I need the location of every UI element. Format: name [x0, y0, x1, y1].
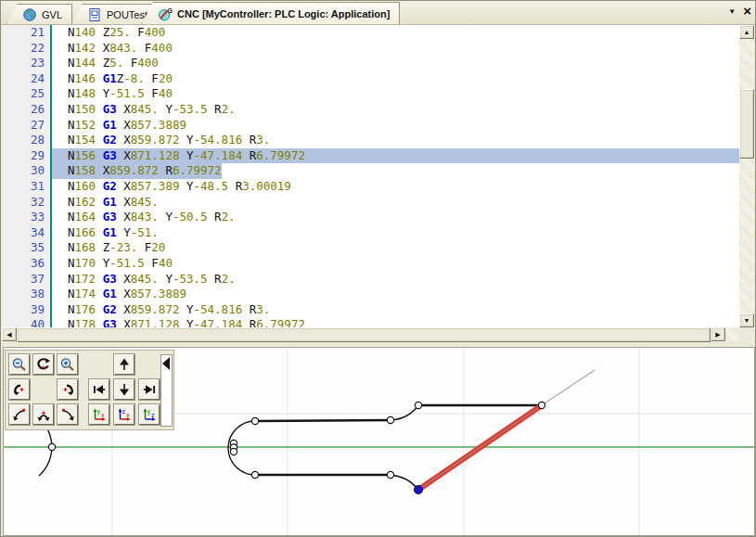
line-number: 35 [2, 240, 52, 256]
code-line-21[interactable]: 21N140 Z25. F400 [2, 25, 740, 41]
move-up-button[interactable] [114, 354, 135, 375]
line-number: 39 [2, 302, 52, 318]
zoom-in-button[interactable] [58, 354, 78, 375]
vertical-scrollbar[interactable]: ▲ ▼ [739, 25, 754, 327]
codesys-window: GVL POUTest G CNC [MyController: PLC Log… [0, 0, 756, 537]
line-number: 31 [2, 179, 52, 195]
rotate-right-button[interactable] [58, 379, 78, 400]
right-arrow-icon: ▶ [715, 331, 720, 339]
nav-right-icon [142, 382, 157, 397]
code-line-29[interactable]: 29N156 G3 X871.128 Y-47.184 R6.79972 [2, 148, 740, 164]
code-line-25[interactable]: 25N148 Y-51.5 F40 [2, 86, 740, 102]
current-position-marker [414, 485, 422, 493]
code-line-23[interactable]: 23N144 Z5. F400 [2, 56, 740, 71]
tab-label: CNC [MyController: PLC Logic: Applicatio… [177, 8, 390, 19]
line-number: 25 [2, 86, 52, 102]
line-number: 29 [2, 148, 52, 164]
code-line-31[interactable]: 31N160 G2 X857.389 Y-48.5 R3.00019 [2, 179, 740, 195]
path-node [387, 471, 393, 478]
horizontal-scrollbar[interactable]: ◀ ▶ [2, 327, 740, 342]
arc-ccw-icon [12, 407, 27, 422]
plane-icon: zx [117, 407, 132, 422]
code-line-37[interactable]: 37N172 G3 X845. Y-53.5 R2. [2, 272, 740, 288]
code-line-27[interactable]: 27N152 G1 X857.3889 [2, 118, 740, 134]
zoom-out-icon [12, 357, 27, 372]
zoom-out-button[interactable] [9, 354, 30, 375]
move-left-button[interactable] [89, 379, 109, 400]
editor-tab-bar: GVL POUTest G CNC [MyController: PLC Log… [1, 1, 755, 25]
line-number: 23 [2, 56, 52, 71]
code-line-39[interactable]: 39N176 G2 X859.872 Y-54.816 R3. [2, 302, 740, 318]
svg-text:y: y [97, 408, 101, 416]
horizontal-scroll-thumb[interactable] [17, 327, 711, 342]
viewer-toolbar: yxzxyz [5, 350, 174, 430]
svg-text:x: x [126, 412, 130, 418]
line-number: 22 [2, 41, 52, 57]
orbit-button[interactable] [33, 354, 54, 375]
cnc-code-editor[interactable]: 21N140 Z25. F40022N142 X843. F40023N144 … [2, 25, 740, 327]
zoom-in-icon [60, 357, 75, 372]
rotate-left-button[interactable] [9, 379, 30, 400]
cnc-path-viewer[interactable]: yxzxyz [3, 347, 755, 536]
plane-icon: yx [92, 407, 107, 422]
down-arrow-icon: ▼ [744, 317, 750, 324]
scroll-down-button[interactable]: ▼ [739, 313, 754, 327]
plane-icon: yz [142, 407, 157, 422]
code-line-33[interactable]: 33N164 G3 X843. Y-50.5 R2. [2, 210, 740, 225]
code-line-28[interactable]: 28N154 G2 X859.872 Y-54.816 R3. [2, 133, 740, 148]
svg-text:G: G [168, 6, 173, 13]
tab-cnc[interactable]: G CNC [MyController: PLC Logic: Applicat… [142, 2, 400, 24]
rot-left-icon [12, 382, 27, 397]
arc-ccw-button[interactable] [9, 404, 30, 425]
up-arrow-icon: ▲ [744, 29, 750, 35]
move-down-button[interactable] [114, 379, 135, 400]
tab-label: POUTest [107, 9, 147, 20]
plane-xy-button[interactable]: yx [89, 404, 109, 425]
svg-text:z: z [122, 408, 125, 415]
collapse-toolbar-button[interactable] [160, 354, 173, 427]
line-number: 32 [2, 195, 52, 211]
code-line-40[interactable]: 40N178 G3 X871.128 Y-47.184 R6.79972 [2, 317, 740, 327]
code-line-26[interactable]: 26N150 G3 X845. Y-53.5 R2. [2, 102, 740, 118]
tab-list-dropdown-icon[interactable]: ▼ [728, 7, 736, 16]
move-right-button[interactable] [139, 379, 160, 400]
nav-up-icon [117, 357, 132, 372]
line-number: 30 [2, 163, 52, 179]
line-number: 36 [2, 256, 52, 272]
line-number: 33 [2, 210, 52, 225]
code-line-35[interactable]: 35N168 Z-23. F20 [2, 240, 740, 256]
code-line-32[interactable]: 32N162 G1 X845. [2, 195, 740, 211]
plane-yz-button[interactable]: yz [139, 404, 160, 425]
arc-center-icon [36, 407, 51, 422]
scroll-right-button[interactable]: ▶ [711, 327, 725, 341]
path-node [251, 471, 258, 478]
path-node [415, 402, 421, 408]
code-line-22[interactable]: 22N142 X843. F400 [2, 41, 740, 57]
code-line-36[interactable]: 36N170 Y-51.5 F40 [2, 256, 740, 272]
nav-down-icon [117, 382, 132, 397]
line-number: 34 [2, 225, 52, 241]
arc-center-button[interactable] [33, 404, 54, 425]
code-line-38[interactable]: 38N174 G1 X857.3889 [2, 287, 740, 302]
line-number: 24 [2, 71, 52, 87]
path-node [48, 443, 55, 450]
slot-top-line [255, 420, 391, 421]
code-line-34[interactable]: 34N166 G1 Y-51. [2, 225, 740, 241]
path-node [538, 402, 545, 408]
scroll-up-button[interactable]: ▲ [739, 25, 754, 39]
arc-cw-button[interactable] [58, 404, 78, 425]
plane-xz-button[interactable]: zx [114, 404, 135, 425]
code-line-30[interactable]: 30N158 X859.872 R6.79972 [2, 163, 740, 179]
code-line-24[interactable]: 24N146 G1Z-8. F20 [2, 71, 740, 87]
scroll-left-button[interactable]: ◀ [2, 327, 17, 341]
fillet-bottom [391, 475, 418, 490]
line-number: 28 [2, 133, 52, 148]
vertical-scroll-thumb[interactable] [739, 89, 754, 159]
tab-gvl[interactable]: GVL [6, 4, 72, 24]
pou-icon [87, 7, 102, 22]
close-icon[interactable]: × [743, 6, 751, 16]
tab-label: GVL [42, 9, 62, 20]
cnc-icon: G [158, 6, 173, 21]
svg-text:x: x [101, 412, 105, 418]
line-number: 26 [2, 102, 52, 118]
